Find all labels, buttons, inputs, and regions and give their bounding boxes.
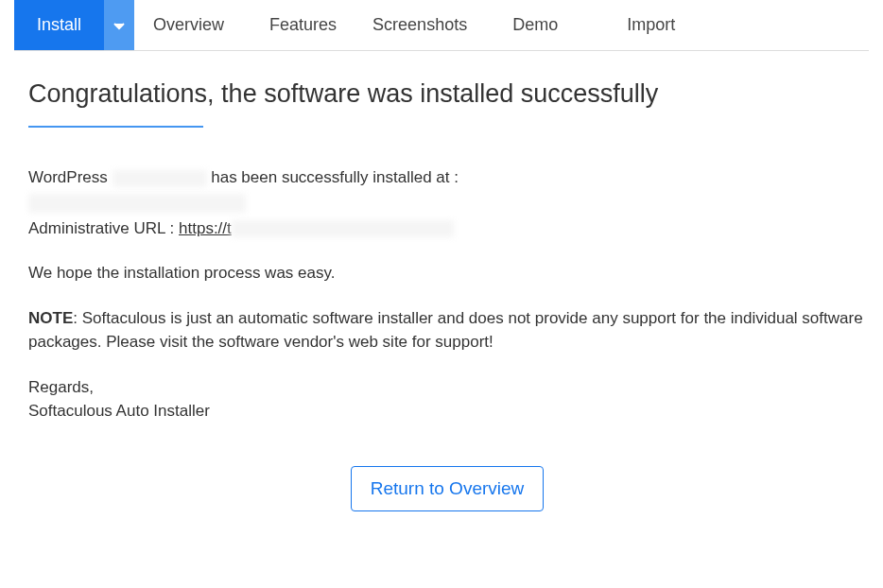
admin-url-label: Administrative URL : — [28, 219, 179, 237]
tab-demo[interactable]: Demo — [495, 0, 610, 50]
software-name-prefix: WordPress — [28, 168, 113, 186]
admin-url-line: Administrative URL : https://t — [28, 216, 866, 241]
note-text: : Softaculous is just an automatic softw… — [28, 309, 863, 352]
tab-screenshots[interactable]: Screenshots — [355, 0, 495, 50]
tab-overview[interactable]: Overview — [134, 0, 252, 50]
signature-line: Softaculous Auto Installer — [28, 399, 866, 424]
success-body: WordPress has been successfully installe… — [28, 165, 866, 424]
installed-line: WordPress has been successfully installe… — [28, 165, 866, 190]
install-dropdown-toggle[interactable] — [104, 0, 134, 50]
installed-at-suffix: has been successfully installed at : — [207, 168, 459, 186]
success-heading: Congratulations, the software was instal… — [28, 79, 866, 109]
tab-import[interactable]: Import — [610, 0, 694, 50]
install-url-blurred — [28, 194, 246, 213]
heading-underline — [28, 126, 203, 128]
main-content: Congratulations, the software was instal… — [0, 51, 883, 530]
version-blurred — [113, 170, 207, 187]
note-label: NOTE — [28, 309, 73, 327]
admin-url-link[interactable]: https://t — [179, 219, 454, 237]
admin-url-blurred — [232, 220, 454, 237]
tab-features[interactable]: Features — [252, 0, 355, 50]
tab-install[interactable]: Install — [14, 0, 104, 50]
admin-url-visible: https://t — [179, 219, 232, 237]
hope-line: We hope the installation process was eas… — [28, 261, 866, 285]
note-line: NOTE: Softaculous is just an automatic s… — [28, 306, 866, 355]
regards-line: Regards, — [28, 375, 866, 400]
tab-bar: Install Overview Features Screenshots De… — [14, 0, 869, 51]
return-to-overview-button[interactable]: Return to Overview — [351, 466, 545, 511]
chevron-down-icon — [113, 17, 125, 34]
